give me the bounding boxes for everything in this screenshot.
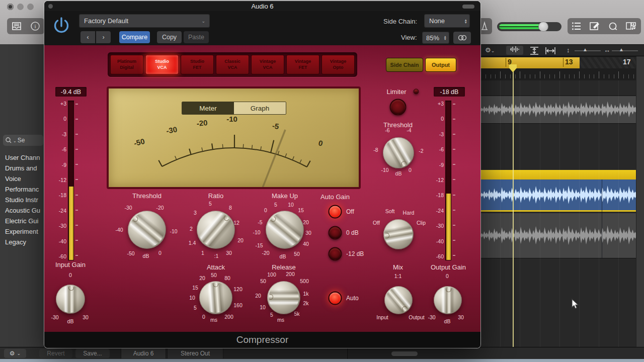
tick-label: 30 [226, 250, 232, 256]
compare-button[interactable]: Compare [119, 31, 150, 43]
tick-label: 30 [83, 314, 89, 320]
side-chain-value: None [429, 17, 445, 25]
view-zoom-stepper[interactable]: 85% ▲▼ [422, 32, 449, 44]
tick-label: 20 [199, 275, 205, 281]
library-item[interactable]: Performanc [5, 186, 44, 196]
library-item[interactable]: User Chann [5, 154, 44, 164]
vertical-zoom-slider[interactable] [575, 50, 601, 51]
loops-browser-icon[interactable] [607, 22, 618, 31]
library-item[interactable]: Experiment [5, 228, 44, 238]
library-item[interactable]: Legacy [5, 238, 44, 248]
copy-button[interactable]: Copy [157, 31, 182, 43]
close-window-button[interactable] [7, 4, 14, 10]
horizontal-zoom-slider[interactable] [612, 50, 638, 51]
notepad-icon[interactable] [589, 22, 600, 31]
tick-label: 5 [194, 305, 197, 311]
library-item[interactable]: Acoustic Gu [5, 207, 44, 217]
output-view-button[interactable]: Output [425, 58, 456, 72]
svg-text:-30: -30 [166, 125, 178, 135]
paste-button[interactable]: Paste [184, 31, 209, 43]
tab-output[interactable]: Stereo Out [167, 348, 223, 358]
tick-label: -30 [428, 314, 435, 320]
vertical-auto-zoom-icon[interactable] [528, 46, 540, 55]
link-button[interactable] [453, 32, 471, 44]
output-gain-label: Output Gain [431, 263, 466, 271]
library-sidebar: ⌄ Se User Chann Drums and Voice Performa… [0, 44, 44, 347]
auto-gain-off-button[interactable] [329, 205, 342, 219]
circuit-vintage-fet[interactable]: Vintage FET [286, 55, 319, 74]
make-up-knob[interactable] [266, 211, 304, 249]
plugin-header: Factory Default ⌄ ‹ › Compare Copy Paste… [44, 11, 480, 45]
output-gain-knob[interactable] [434, 286, 462, 314]
prev-preset-button[interactable]: ‹ [80, 31, 95, 43]
power-button-icon[interactable] [52, 16, 70, 38]
next-preset-button[interactable]: › [96, 31, 111, 43]
horizontal-scrollbar-thumb[interactable] [391, 351, 418, 356]
tick-label: 10 [189, 295, 195, 301]
mix-knob[interactable] [384, 286, 413, 314]
limiter-threshold-knob[interactable] [383, 137, 414, 168]
plugin-settings-gear-button[interactable]: ⚙⌄ [4, 349, 26, 358]
side-chain-view-button[interactable]: Side Chain [386, 58, 423, 72]
auto-gain-0db-button[interactable] [329, 226, 342, 240]
tick-label: 200 [224, 314, 233, 320]
auto-gain-minus12-button[interactable] [329, 247, 342, 261]
library-item[interactable]: Drums and [5, 164, 44, 174]
audio-region-track1[interactable] [480, 96, 644, 124]
plugin-titlebar[interactable]: Audio 6 [44, 1, 480, 11]
audio-region-track3[interactable] [480, 213, 644, 258]
minimize-window-button[interactable] [17, 4, 24, 10]
preset-name: Factory Default [84, 17, 128, 25]
bar-number: 13 [565, 58, 573, 66]
attack-label: Attack [207, 263, 225, 271]
zoom-window-button[interactable] [27, 4, 34, 10]
circuit-vintage-vca[interactable]: Vintage VCA [251, 55, 284, 74]
side-chain-dropdown[interactable]: None ▲▼ [424, 14, 470, 28]
library-item[interactable]: Voice [5, 175, 44, 185]
vertical-zoom-arrows-icon: ↕ [567, 46, 570, 54]
stepper-icon: ▲▼ [444, 35, 447, 40]
threshold-knob[interactable] [128, 211, 166, 249]
circuit-studio-fet[interactable]: Studio FET [181, 55, 214, 74]
search-scope-chevron-icon[interactable]: ⌄ [13, 139, 17, 143]
region-header-selected[interactable] [480, 170, 644, 179]
ratio-knob[interactable] [197, 211, 235, 249]
auto-release-button[interactable] [329, 292, 342, 305]
distortion-knob[interactable] [383, 219, 414, 249]
tab-channel[interactable]: Audio 6 [121, 348, 166, 358]
svg-text:-50: -50 [133, 137, 145, 148]
volume-slider[interactable] [497, 22, 561, 31]
circuit-studio-vca[interactable]: Studio VCA [145, 55, 179, 74]
limiter-button[interactable] [390, 99, 407, 116]
circuit-platinum-digital[interactable]: Platinum Digital [110, 55, 143, 74]
audio-region-track2-selected[interactable] [480, 179, 644, 212]
tab-meter[interactable]: Meter [182, 102, 234, 114]
track-settings-gear-icon[interactable]: ⚙⌄ [485, 46, 495, 54]
library-search-input[interactable]: ⌄ Se [3, 135, 43, 146]
horizontal-auto-zoom-icon[interactable] [544, 46, 556, 55]
circuit-vintage-opto[interactable]: Vintage Opto [321, 55, 355, 74]
attack-knob[interactable] [199, 281, 232, 314]
revert-button[interactable]: Revert [39, 349, 72, 358]
library-icon[interactable] [11, 22, 22, 31]
horizontal-zoom-thumb[interactable]: ▲ [619, 47, 624, 52]
vertical-scrollbar[interactable] [636, 56, 644, 347]
plugin-minimize-button[interactable] [462, 5, 474, 9]
timeline-ruler[interactable]: 9 13 17 [480, 56, 644, 80]
input-gain-knob[interactable] [56, 285, 85, 314]
volume-slider-thumb[interactable] [538, 22, 548, 32]
tab-graph[interactable]: Graph [234, 102, 286, 114]
release-knob[interactable] [267, 281, 300, 314]
save-button[interactable]: Save... [75, 349, 110, 358]
library-item[interactable]: Studio Instr [5, 196, 44, 206]
list-editors-icon[interactable] [571, 22, 582, 31]
library-item[interactable]: Electric Gui [5, 217, 44, 227]
preset-dropdown[interactable]: Factory Default ⌄ [79, 14, 210, 28]
waveform-zoom-button[interactable] [506, 46, 523, 55]
plugin-close-button[interactable] [48, 4, 53, 9]
circuit-classic-vca[interactable]: Classic VCA [216, 55, 249, 74]
display-mode-tabs: Meter Graph [182, 102, 286, 115]
vertical-zoom-thumb[interactable]: ▲ [583, 47, 588, 52]
media-browser-icon[interactable] [625, 21, 637, 31]
inspector-info-icon[interactable]: i [30, 21, 40, 31]
